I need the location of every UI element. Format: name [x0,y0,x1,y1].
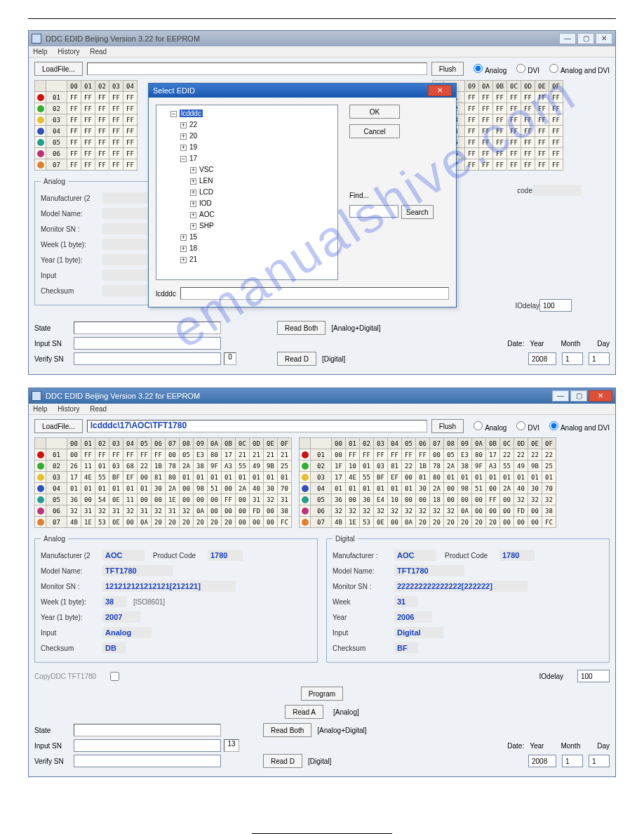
flush-button[interactable]: Flush [431,419,464,433]
analog-legend: Analog [41,535,68,543]
analog-group: Analog Manufacturer (2AOCProduct Code178… [34,535,318,663]
manufacturer-label: Manufacturer (2 [41,552,102,560]
minimize-button[interactable]: — [559,33,576,44]
iodelay-label: IOdelay [504,302,539,310]
verify-sn-field[interactable] [74,755,221,767]
read-d-button[interactable]: Read D [263,754,302,768]
tree-node[interactable]: IOD [199,199,212,207]
input-sn-label: Input SN [34,742,74,750]
menu-help[interactable]: Help [33,405,48,413]
hex-table-left: 000102030405060708090A0B0C0D0E0F0100FFFF… [34,437,292,528]
titlebar: DDC EDID Beijing Version 3.22 for EEPROM… [29,388,615,404]
app-icon [32,34,41,44]
tree-node[interactable]: 15 [189,233,197,241]
window-title: DDC EDID Beijing Version 3.22 for EEPROM [46,392,200,400]
checksum-label: Checksum [41,644,102,652]
date-month[interactable] [562,755,583,767]
edid-tree[interactable]: −lcdddc+22+20+19−17+VSC+LEN+LCD+IOD+AOC+… [156,105,338,280]
input-value: Digital [394,627,443,638]
date-year[interactable] [528,755,556,767]
tree-root-node[interactable]: lcdddc [180,110,203,117]
close-button[interactable]: ✕ [589,390,612,402]
manufacturer-value: AOC [102,550,145,561]
digital-group: Digital Manufacturer :AOCProduct Code178… [326,535,610,663]
tree-node[interactable]: LEN [199,177,213,185]
iodelay-label: IOdelay [539,673,563,680]
input-sn-field[interactable] [74,337,221,350]
app-window-top: DDC EDID Beijing Version 3.22 for EEPROM… [28,30,616,375]
tree-node[interactable]: 21 [189,256,197,263]
product-code-label: Product Code [445,552,499,560]
read-both-button[interactable]: Read Both [277,321,326,335]
week-note: [ISO8601] [133,598,165,606]
hex-table-left: 000102030401FFFFFFFFFF02FFFFFFFFFF03FFFF… [34,80,137,171]
monitor-sn-label: Monitor SN : [41,583,102,590]
radio-both[interactable] [549,421,558,430]
date-day[interactable] [589,755,610,767]
menu-history[interactable]: History [58,48,79,55]
search-button[interactable]: Search [401,205,434,219]
radio-dvi[interactable] [516,64,525,73]
dialog-ok-button[interactable]: OK [349,105,400,119]
state-label: State [34,727,74,734]
input-label: Input [333,629,394,637]
radio-dvi[interactable] [516,421,525,430]
date-month[interactable] [562,352,583,365]
tree-node[interactable]: LCD [199,188,213,196]
loadfile-button[interactable]: LoadFile... [34,419,83,433]
radio-analog-label[interactable]: Analog [468,64,507,74]
dialog-close-button[interactable]: ✕ [428,85,452,96]
menu-help[interactable]: Help [33,48,48,55]
radio-both[interactable] [549,64,558,73]
read-d-button[interactable]: Read D [277,352,316,366]
maximize-button[interactable]: ▢ [577,33,594,44]
radio-both-label[interactable]: Analog and DVI [544,64,610,74]
loadfile-path: lcdddc\17\AOC\TFT1780 [87,420,427,432]
app-window-bottom: DDC EDID Beijing Version 3.22 for EEPROM… [28,388,616,777]
tree-node[interactable]: VSC [199,166,214,173]
tree-node[interactable]: AOC [199,211,215,218]
read-a-button[interactable]: Read A [285,705,323,719]
tree-node[interactable]: 17 [189,154,197,162]
tree-node[interactable]: SHP [199,222,214,230]
date-day[interactable] [589,352,610,365]
page-rule-top [28,18,616,19]
year-h: Year [530,742,544,750]
dialog-path-label: lcdddc [156,290,176,298]
tree-node[interactable]: 22 [189,121,197,128]
read-both-button[interactable]: Read Both [263,723,311,737]
year-label: Year [333,614,394,621]
radio-analog[interactable] [474,421,483,430]
input-sn-field[interactable] [74,739,221,752]
loadfile-button[interactable]: LoadFile... [34,62,83,76]
date-year[interactable] [528,352,556,365]
radio-both-label[interactable]: Analog and DVI [544,421,610,432]
copy-ddc-checkbox[interactable] [110,672,119,681]
minimize-button[interactable]: — [552,390,569,402]
input-sn-label: Input SN [34,340,74,348]
dialog-cancel-button[interactable]: Cancel [349,124,400,138]
day-h: Day [597,742,610,750]
radio-dvi-label[interactable]: DVI [511,64,539,74]
tree-node[interactable]: 20 [189,132,197,140]
tree-node[interactable]: 19 [189,143,197,151]
radio-analog-label[interactable]: Analog [468,421,507,432]
program-button[interactable]: Program [301,687,343,701]
iodelay-input[interactable] [577,670,610,682]
menu-read[interactable]: Read [90,48,107,55]
product-code-label: Product Code [153,552,208,560]
code-value [532,185,582,196]
verify-sn-field[interactable] [74,352,221,365]
tree-node[interactable]: 18 [189,244,197,252]
menu-read[interactable]: Read [90,405,107,413]
input-label: Input [41,629,102,637]
radio-analog[interactable] [474,64,483,73]
close-button[interactable]: ✕ [596,33,612,44]
week-label: Week (1 byte): [41,598,102,606]
maximize-button[interactable]: ▢ [570,390,587,402]
radio-dvi-label[interactable]: DVI [511,421,539,432]
iodelay-input[interactable] [539,299,572,312]
menu-history[interactable]: History [58,405,79,413]
flush-button[interactable]: Flush [431,62,464,76]
find-input[interactable] [349,205,398,218]
